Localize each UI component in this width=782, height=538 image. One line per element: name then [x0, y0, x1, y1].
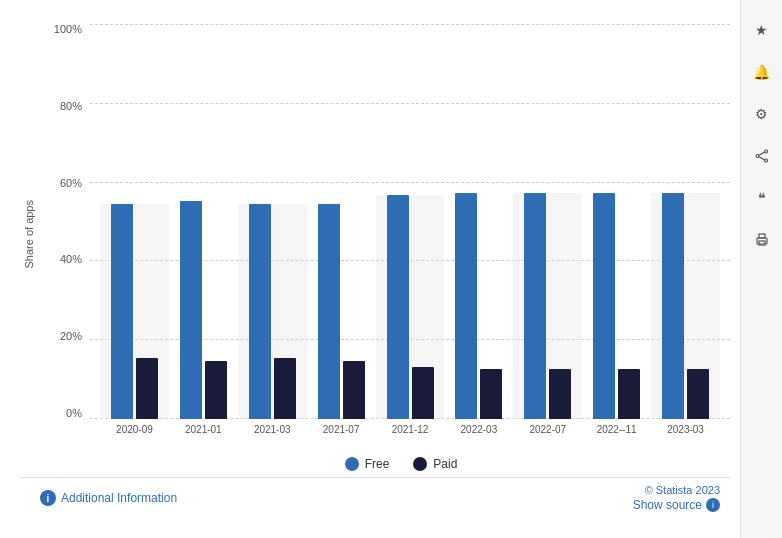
additional-info-label: Additional Information [61, 491, 177, 505]
y-label-100: 100% [54, 24, 82, 35]
sidebar-quote-icon[interactable]: ❝ [748, 184, 776, 212]
bar-group [651, 193, 720, 419]
x-label: 2023-03 [651, 424, 720, 435]
sidebar-bell-icon[interactable]: 🔔 [748, 58, 776, 86]
bar-group [376, 195, 445, 419]
legend-free-label: Free [365, 457, 390, 471]
bar-paid [343, 361, 365, 419]
bar-group [169, 201, 238, 419]
bar-paid [480, 369, 502, 419]
bar-group [100, 204, 169, 419]
show-source-button[interactable]: Show source i [633, 498, 720, 512]
y-label-80: 80% [60, 101, 82, 112]
sidebar-star-icon[interactable]: ★ [748, 16, 776, 44]
additional-info-button[interactable]: i Additional Information [40, 490, 177, 506]
svg-point-0 [764, 150, 767, 153]
info-icon: i [40, 490, 56, 506]
sidebar: ★ 🔔 ⚙ ❝ [740, 0, 782, 538]
bar-paid [618, 369, 640, 419]
x-label: 2022--11 [582, 424, 651, 435]
svg-line-3 [758, 152, 764, 155]
y-label-40: 40% [60, 254, 82, 265]
bar-group [238, 204, 307, 419]
bar-paid [205, 361, 227, 419]
bar-free [593, 193, 615, 419]
bar-free [455, 193, 477, 419]
bar-paid [412, 367, 434, 419]
bar-free [180, 201, 202, 419]
legend-item-free: Free [345, 457, 390, 471]
bar-paid [274, 358, 296, 419]
x-label: 2022-03 [444, 424, 513, 435]
statista-copyright: © Statista 2023 [645, 484, 720, 496]
bar-group [582, 193, 651, 419]
show-source-icon: i [706, 498, 720, 512]
legend-item-paid: Paid [413, 457, 457, 471]
bars-container [90, 24, 730, 419]
chart-plot: 2020-092021-012021-032021-072021-122022-… [90, 20, 730, 449]
chart-wrapper: Share of apps 100% 80% 60% 40% 20% 0% [20, 20, 730, 477]
legend-dot-free [345, 457, 359, 471]
bar-paid [136, 358, 158, 419]
x-axis: 2020-092021-012021-032021-072021-122022-… [90, 419, 730, 449]
x-label: 2020-09 [100, 424, 169, 435]
y-label-60: 60% [60, 178, 82, 189]
svg-point-1 [764, 159, 767, 162]
svg-point-2 [756, 155, 759, 158]
bar-paid [687, 369, 709, 419]
bar-free [318, 204, 340, 419]
y-axis-title: Share of apps [23, 200, 35, 269]
bar-group [444, 193, 513, 419]
svg-rect-6 [759, 234, 765, 238]
bar-group [513, 193, 582, 419]
chart-inner: Share of apps 100% 80% 60% 40% 20% 0% [20, 20, 730, 449]
svg-line-4 [758, 157, 764, 160]
y-axis: 100% 80% 60% 40% 20% 0% [38, 20, 90, 449]
sidebar-print-icon[interactable] [748, 226, 776, 254]
x-label: 2021-07 [307, 424, 376, 435]
legend-paid-label: Paid [433, 457, 457, 471]
bar-paid [549, 369, 571, 419]
x-label: 2021-01 [169, 424, 238, 435]
footer-right: © Statista 2023 Show source i [633, 484, 720, 512]
chart-legend: Free Paid [20, 449, 730, 477]
footer: i Additional Information © Statista 2023… [20, 477, 730, 518]
show-source-label: Show source [633, 498, 702, 512]
bar-free [387, 195, 409, 419]
sidebar-gear-icon[interactable]: ⚙ [748, 100, 776, 128]
bar-group [307, 204, 376, 419]
bar-free [524, 193, 546, 419]
main-container: Share of apps 100% 80% 60% 40% 20% 0% [0, 0, 782, 538]
y-label-0: 0% [66, 408, 82, 419]
legend-dot-paid [413, 457, 427, 471]
chart-area: Share of apps 100% 80% 60% 40% 20% 0% [0, 0, 740, 538]
bar-free [662, 193, 684, 419]
x-label: 2022-07 [513, 424, 582, 435]
y-label-20: 20% [60, 331, 82, 342]
x-label: 2021-03 [238, 424, 307, 435]
sidebar-share-icon[interactable] [748, 142, 776, 170]
bar-free [249, 204, 271, 419]
bar-free [111, 204, 133, 419]
x-label: 2021-12 [376, 424, 445, 435]
